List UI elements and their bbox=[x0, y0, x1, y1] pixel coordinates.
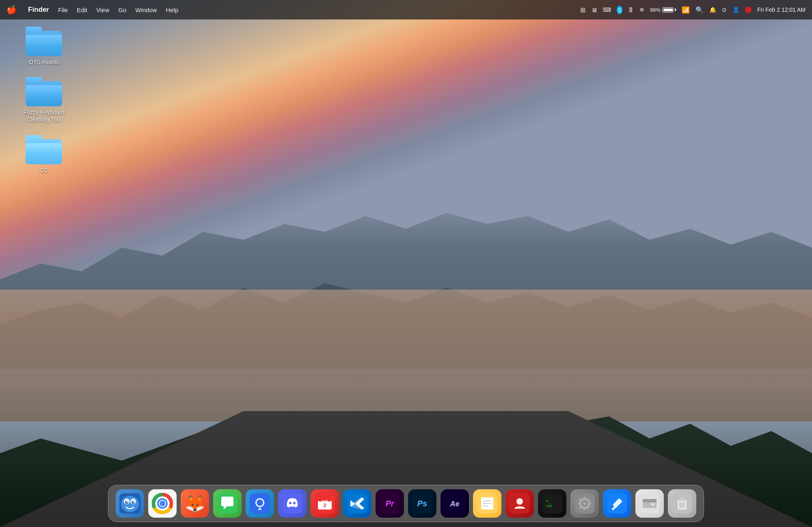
search-icon[interactable]: 🔍 bbox=[695, 6, 704, 14]
folder-icon-ots-assets bbox=[26, 27, 62, 56]
svg-point-44 bbox=[583, 502, 586, 505]
mission-control-icon[interactable]: ⊞ bbox=[580, 6, 585, 14]
water-layer bbox=[0, 290, 812, 422]
svg-point-11 bbox=[160, 501, 165, 506]
svg-text:Pr: Pr bbox=[385, 499, 394, 508]
dock-app-messages[interactable] bbox=[213, 489, 242, 518]
notification-icon[interactable]: 🔔 bbox=[709, 6, 716, 13]
dock-app-terminal[interactable]: >_ zsh bbox=[538, 489, 566, 518]
display-icon[interactable]: 🖥 bbox=[591, 6, 597, 13]
photoshop-icon-svg: Ps bbox=[412, 493, 432, 514]
dock-app-wallet[interactable] bbox=[635, 489, 664, 518]
menubar-window[interactable]: Window bbox=[135, 6, 157, 13]
discord-icon-svg bbox=[282, 493, 302, 514]
svg-rect-46 bbox=[584, 508, 585, 510]
vpn-icon[interactable] bbox=[745, 6, 752, 13]
keyboard-icon[interactable]: ⌨ bbox=[603, 6, 611, 13]
messages-icon-svg bbox=[217, 493, 238, 514]
svg-rect-57 bbox=[643, 499, 657, 502]
dock-app-signal[interactable] bbox=[246, 489, 274, 518]
control-center-icon[interactable]: ⊙ bbox=[722, 6, 727, 13]
dock-app-xcode[interactable] bbox=[603, 489, 631, 518]
svg-rect-64 bbox=[682, 502, 682, 508]
bluetooth-icon[interactable]: ✲ bbox=[639, 6, 644, 13]
svg-text:Ae: Ae bbox=[449, 500, 459, 508]
battery-tip bbox=[675, 9, 676, 11]
dock-app-notes[interactable] bbox=[473, 489, 501, 518]
dock-app-system-prefs[interactable] bbox=[570, 489, 599, 518]
sysprefs-icon-svg bbox=[574, 493, 595, 514]
svg-text:zsh: zsh bbox=[546, 504, 552, 508]
wallet-icon-svg bbox=[639, 493, 660, 514]
skype-icon[interactable]: S bbox=[617, 6, 622, 14]
signal-icon-svg bbox=[250, 493, 270, 514]
audio-icon[interactable]: 🎛 bbox=[628, 6, 634, 13]
folder-tab-2 bbox=[26, 77, 42, 83]
folder-tab-3 bbox=[26, 135, 42, 141]
svg-point-17 bbox=[289, 502, 292, 504]
menubar-edit[interactable]: Edit bbox=[77, 6, 87, 13]
icon-label-ots-assets: OTS Assets bbox=[29, 58, 59, 66]
folder-tab bbox=[26, 27, 42, 32]
firefox-emoji: 🦊 bbox=[185, 495, 205, 512]
menubar-help[interactable]: Help bbox=[166, 6, 179, 13]
dock-app-finder[interactable] bbox=[116, 489, 144, 518]
notes-icon-svg bbox=[477, 493, 497, 514]
user-icon[interactable]: 👤 bbox=[732, 6, 739, 13]
svg-text:Ps: Ps bbox=[417, 499, 427, 508]
svg-point-18 bbox=[293, 502, 296, 504]
svg-rect-65 bbox=[684, 502, 685, 508]
dock-app-fantastical[interactable]: FEB 2 bbox=[311, 489, 339, 518]
svg-rect-58 bbox=[651, 503, 655, 505]
wifi-icon[interactable]: 📶 bbox=[682, 6, 690, 14]
svg-rect-45 bbox=[584, 497, 585, 499]
folder-front-2 bbox=[26, 85, 62, 106]
svg-point-15 bbox=[257, 499, 263, 506]
battery-icon bbox=[662, 7, 676, 13]
menubar-view[interactable]: View bbox=[96, 6, 109, 13]
menubar-left: 🍎 Finder File Edit View Go Window Help bbox=[6, 5, 178, 15]
svg-text:>_: >_ bbox=[546, 499, 551, 503]
svg-rect-33 bbox=[483, 501, 492, 501]
menubar-datetime[interactable]: Fri Feb 2 12:01 AM bbox=[757, 6, 806, 13]
svg-rect-35 bbox=[483, 505, 488, 506]
icon-label-cc: CC bbox=[40, 167, 48, 174]
dock-app-chrome[interactable] bbox=[148, 489, 177, 518]
battery-container[interactable]: 96% bbox=[650, 7, 676, 13]
folder-front-3 bbox=[26, 143, 62, 164]
fantastical-icon-svg: FEB 2 bbox=[315, 493, 335, 514]
dock-app-photoshop[interactable]: Ps bbox=[408, 489, 436, 518]
dock: 🦊 FEB 2 bbox=[108, 485, 704, 522]
desktop-icon-cc[interactable]: CC bbox=[19, 133, 68, 176]
dock-app-discord[interactable] bbox=[278, 489, 307, 518]
dock-app-premiere[interactable]: Pr bbox=[376, 489, 404, 518]
menubar-go[interactable]: Go bbox=[118, 6, 126, 13]
chrome-icon-svg bbox=[152, 493, 173, 514]
menubar-app-name[interactable]: Finder bbox=[28, 6, 49, 14]
desktop-icon-ots-assets[interactable]: OTS Assets bbox=[19, 24, 68, 68]
menubar-right: ⊞ 🖥 ⌨ S 🎛 ✲ 96% 📶 🔍 🔔 ⊙ 👤 Fri Feb 2 12:0… bbox=[580, 6, 806, 14]
icon-label-fuzzy-keyboard: Fuzzy Keyboard Cleaning Tool bbox=[22, 109, 66, 123]
dock-app-vscode[interactable] bbox=[343, 489, 371, 518]
svg-rect-38 bbox=[542, 493, 562, 514]
dock-app-firefox[interactable]: 🦊 bbox=[181, 489, 209, 518]
dock-app-ae[interactable]: Ae bbox=[441, 489, 469, 518]
battery-percent: 96% bbox=[650, 7, 661, 13]
svg-point-6 bbox=[126, 501, 128, 503]
ae-icon-svg: Ae bbox=[445, 493, 465, 514]
finder-icon-svg bbox=[119, 493, 140, 514]
svg-rect-48 bbox=[589, 503, 592, 504]
menubar-file[interactable]: File bbox=[58, 6, 68, 13]
apple-menu[interactable]: 🍎 bbox=[6, 5, 17, 15]
folder-front bbox=[26, 35, 62, 56]
desktop-icon-fuzzy-keyboard[interactable]: Fuzzy Keyboard Cleaning Tool bbox=[19, 75, 68, 126]
svg-point-1 bbox=[121, 496, 139, 512]
svg-rect-63 bbox=[680, 502, 680, 508]
terminal-icon-svg: >_ zsh bbox=[542, 493, 562, 514]
svg-point-7 bbox=[133, 501, 134, 503]
premiere-icon-svg: Pr bbox=[380, 493, 400, 514]
solicited-icon-svg bbox=[510, 493, 530, 514]
dock-app-solicited[interactable] bbox=[505, 489, 534, 518]
svg-rect-34 bbox=[483, 503, 492, 504]
dock-app-trash[interactable] bbox=[668, 489, 696, 518]
